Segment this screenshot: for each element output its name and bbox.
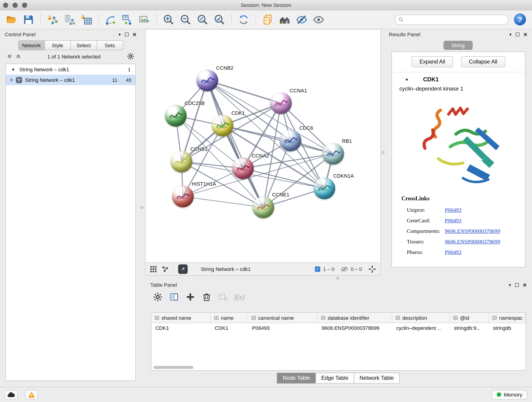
zoom-window-button[interactable] — [22, 3, 27, 8]
column-header-name[interactable]: name — [211, 313, 248, 323]
warnings-button[interactable] — [25, 390, 38, 399]
network-from-table-button[interactable] — [119, 12, 136, 27]
panel-float-menu-icon[interactable]: ▾ — [509, 282, 511, 287]
zoom-in-button[interactable] — [160, 12, 177, 27]
export-image-button[interactable] — [136, 12, 152, 27]
close-window-button[interactable] — [3, 3, 8, 8]
save-session-button[interactable] — [20, 12, 37, 27]
add-column-icon[interactable] — [186, 292, 195, 302]
tab-network[interactable]: Network — [18, 40, 45, 50]
column-header-namespac[interactable]: namespac — [489, 313, 526, 323]
expand-all-icon[interactable] — [16, 54, 21, 59]
network-node-CDK1[interactable] — [212, 115, 234, 137]
network-node-CDC25B[interactable] — [165, 105, 187, 127]
network-node-CCNA2[interactable] — [232, 157, 254, 179]
table-cell[interactable]: CDK1 — [211, 323, 248, 332]
expand-all-button[interactable]: Expand All — [412, 56, 453, 67]
table-cell[interactable]: CDK1 — [151, 323, 210, 332]
crosslink-link[interactable]: P06493 — [445, 217, 461, 224]
horizontal-splitter-handle[interactable] — [336, 277, 339, 280]
network-node-CDC6[interactable] — [279, 130, 301, 152]
birds-eye-view-icon[interactable] — [162, 265, 169, 273]
table-cell[interactable]: P06493 — [248, 323, 318, 332]
panel-float-menu-icon[interactable]: ▾ — [119, 32, 121, 37]
network-edge[interactable] — [207, 80, 281, 103]
open-session-button[interactable] — [3, 12, 20, 27]
network-node-CCNB1[interactable] — [171, 151, 192, 172]
column-header-database-identifier[interactable]: database identifier — [317, 313, 392, 323]
cloud-status-button[interactable] — [5, 390, 18, 399]
network-edge[interactable] — [183, 196, 263, 207]
network-node-CCNA1[interactable] — [270, 92, 292, 114]
copy-documents-button[interactable] — [260, 12, 276, 27]
tab-sets[interactable]: Sets — [96, 40, 123, 50]
help-button[interactable]: ? — [514, 13, 526, 26]
tree-expand-icon[interactable]: ▼ — [11, 67, 15, 72]
network-node-RB1[interactable] — [322, 143, 344, 165]
table-settings-gear-icon[interactable] — [153, 292, 162, 302]
zoom-selected-button[interactable] — [211, 12, 228, 27]
table-cell[interactable]: stringdb — [489, 323, 526, 332]
network-node-HIST1H1A[interactable] — [172, 186, 194, 207]
network-node-CCNE1[interactable] — [253, 196, 274, 218]
tab-select[interactable]: Select — [70, 40, 97, 50]
zoom-fit-button[interactable] — [195, 12, 211, 27]
tab-string[interactable]: String — [443, 41, 473, 50]
collapse-all-icon[interactable] — [7, 54, 12, 59]
panel-maximize-icon[interactable] — [516, 32, 519, 36]
show-all-button[interactable] — [310, 12, 327, 27]
panel-close-icon[interactable]: × — [133, 32, 136, 36]
import-table-button[interactable] — [78, 12, 95, 27]
tab-node-table[interactable]: Node Table — [277, 373, 316, 383]
network-edge[interactable] — [207, 80, 263, 207]
open-in-window-button[interactable] — [178, 264, 187, 274]
table-cell[interactable]: 9606.ENSP00000378699 — [317, 323, 392, 332]
refresh-button[interactable] — [235, 12, 252, 27]
column-header-@id[interactable]: @id — [450, 313, 489, 323]
hide-selected-button[interactable] — [293, 12, 310, 27]
import-network-database-button[interactable] — [61, 12, 78, 27]
delete-column-icon[interactable] — [202, 292, 211, 302]
tab-network-table[interactable]: Network Table — [354, 373, 399, 383]
panel-maximize-icon[interactable] — [125, 32, 128, 36]
show-columns-icon[interactable] — [169, 292, 179, 302]
left-splitter-handle[interactable] — [140, 206, 143, 209]
column-header-shared-name[interactable]: shared name — [151, 313, 210, 323]
horizontal-scrollbar-thumb[interactable] — [153, 366, 193, 369]
new-network-button[interactable] — [102, 12, 119, 27]
network-edge[interactable] — [222, 126, 333, 154]
crosslink-link[interactable]: 9606.ENSP00000378699 — [445, 228, 500, 234]
collapse-all-button[interactable]: Collapse All — [461, 56, 505, 67]
crosslink-link[interactable]: P06493 — [445, 207, 461, 213]
table-cell[interactable]: stringdb:9... — [450, 323, 489, 332]
panel-maximize-icon[interactable] — [515, 283, 519, 287]
network-collection-row[interactable]: ▼ String Network – cdk1 1 — [6, 64, 135, 75]
table-cell[interactable]: cyclin–dependent ... — [392, 323, 450, 332]
network-options-gear-icon[interactable] — [127, 53, 134, 60]
tab-edge-table[interactable]: Edge Table — [316, 373, 354, 383]
panel-float-menu-icon[interactable]: ▾ — [509, 32, 512, 37]
crosslink-link[interactable]: 9606.ENSP00000378699 — [445, 238, 500, 245]
network-node-CCNB2[interactable] — [196, 70, 218, 91]
selected-checkbox-icon[interactable]: ✓ — [315, 266, 321, 272]
memory-button[interactable]: Memory — [492, 390, 527, 399]
home-networks-button[interactable] — [277, 12, 293, 27]
network-row-selected[interactable]: String Network – cdk1 11 48 — [6, 75, 135, 85]
zoom-out-button[interactable] — [177, 12, 194, 27]
fit-content-crosshair-icon[interactable] — [368, 265, 376, 273]
network-canvas[interactable]: CCNB2CCNA1CDC25BCDK1CDC6RB1CCNB1CCNA2CDK… — [146, 30, 380, 262]
column-header-description[interactable]: description — [392, 313, 450, 323]
entry-collapse-icon[interactable]: ▼ — [405, 77, 409, 82]
crosslink-link[interactable]: P06493 — [445, 249, 461, 255]
grid-view-icon[interactable] — [150, 265, 157, 273]
tab-style[interactable]: Style — [44, 40, 71, 50]
table-row[interactable]: CDK1CDK1P064939606.ENSP00000378699cyclin… — [151, 323, 525, 332]
minimize-window-button[interactable] — [13, 3, 18, 8]
import-network-file-button[interactable] — [44, 12, 61, 27]
search-input[interactable] — [406, 17, 505, 22]
panel-close-icon[interactable]: × — [523, 283, 526, 287]
right-splitter-handle[interactable] — [381, 151, 385, 154]
column-header-canonical-name[interactable]: canonical name — [248, 313, 318, 323]
panel-close-icon[interactable]: × — [524, 32, 527, 36]
network-node-CDKN1A[interactable] — [313, 178, 335, 199]
